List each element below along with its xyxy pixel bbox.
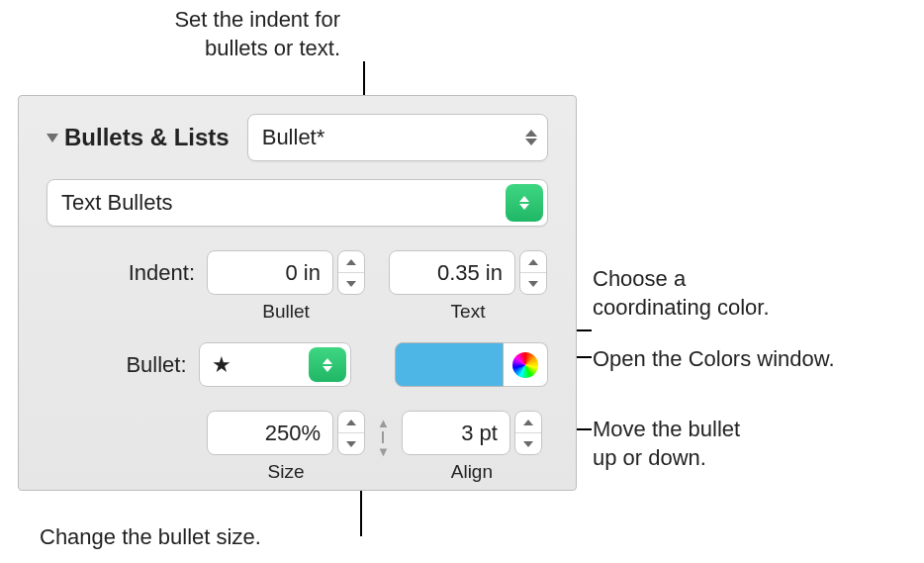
- size-sublabel: Size: [207, 461, 365, 483]
- list-style-select[interactable]: Bullet*: [247, 114, 548, 161]
- bullet-indent-sublabel: Bullet: [207, 301, 365, 323]
- color-swatch[interactable]: [395, 342, 504, 387]
- callout-move-bullet: Move the bullet up or down.: [593, 416, 740, 472]
- bullet-indent-input[interactable]: 0 in: [207, 250, 333, 295]
- star-icon: ★: [212, 352, 231, 378]
- indent-label: Indent:: [46, 250, 195, 286]
- text-indent-input[interactable]: 0.35 in: [389, 250, 515, 295]
- bullet-indent-stepper[interactable]: [337, 250, 365, 295]
- section-title-text: Bullets & Lists: [64, 124, 230, 151]
- callout-colors-window: Open the Colors window.: [593, 345, 835, 374]
- bullets-panel: Bullets & Lists Bullet* Text Bullets Ind…: [18, 95, 577, 491]
- bullet-type-value: Text Bullets: [61, 190, 173, 216]
- callout-indent: Set the indent for bullets or text.: [103, 6, 340, 62]
- section-header[interactable]: Bullets & Lists: [46, 124, 230, 151]
- align-stepper[interactable]: [514, 411, 542, 455]
- size-input[interactable]: 250%: [207, 411, 333, 455]
- disclosure-triangle-icon: [46, 134, 58, 142]
- list-style-value: Bullet*: [262, 125, 325, 150]
- text-indent-sublabel: Text: [389, 301, 547, 323]
- align-sublabel: Align: [402, 461, 542, 483]
- vertical-arrows-icon: ▲ ▼: [377, 417, 390, 458]
- color-wheel-icon: [512, 352, 538, 378]
- callout-coord-color: Choose a coordinating color.: [593, 265, 770, 322]
- size-stepper[interactable]: [337, 411, 365, 455]
- callout-change-size: Change the bullet size.: [40, 523, 261, 552]
- color-wheel-button[interactable]: [504, 342, 548, 387]
- bullet-char-select[interactable]: ★: [199, 342, 351, 387]
- text-indent-stepper[interactable]: [519, 250, 547, 295]
- bullet-type-select[interactable]: Text Bullets: [46, 179, 548, 227]
- chevron-updown-icon: [525, 130, 537, 145]
- align-input[interactable]: 3 pt: [402, 411, 510, 455]
- dropdown-button-icon: [506, 184, 543, 222]
- bullet-label: Bullet:: [46, 352, 187, 378]
- dropdown-button-icon: [309, 347, 346, 382]
